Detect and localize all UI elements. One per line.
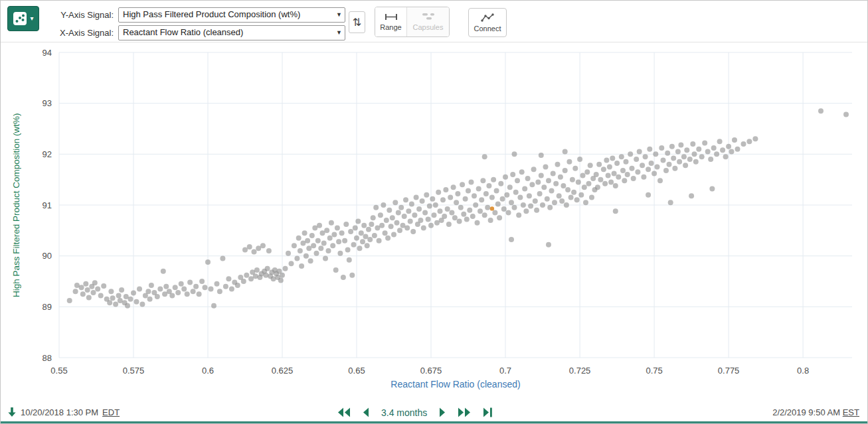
scatterplot-icon — [13, 11, 27, 26]
fast-forward-icon — [458, 407, 472, 418]
svg-text:0.75: 0.75 — [646, 366, 662, 376]
end-datetime[interactable]: 2/2/2019 9:50 AM — [772, 407, 840, 417]
toolbar: ▾ Y-Axis Signal: High Pass Filtered Prod… — [1, 1, 867, 42]
svg-text:0.65: 0.65 — [348, 366, 365, 376]
x-axis-signal-select[interactable]: Reactant Flow Ratio (cleansed) ▼ — [118, 25, 345, 40]
chevron-down-icon: ▾ — [30, 15, 33, 22]
scatter-chart[interactable]: 0.550.5750.60.6250.650.6750.70.7250.750.… — [1, 43, 868, 395]
arrow-down-icon — [7, 407, 17, 417]
svg-text:0.775: 0.775 — [718, 366, 740, 376]
select-arrow-icon: ▼ — [336, 11, 342, 18]
svg-text:0.55: 0.55 — [50, 366, 67, 376]
fast-backward-icon — [337, 407, 351, 418]
highlight-point — [490, 206, 494, 210]
connect-button[interactable]: Connect — [468, 8, 507, 37]
svg-text:0.8: 0.8 — [797, 366, 809, 376]
svg-text:0.625: 0.625 — [272, 366, 294, 376]
display-range-start: 10/20/2018 1:30 PM EDT — [7, 407, 120, 417]
jump-to-end-button[interactable] — [481, 405, 494, 419]
fast-forward-button[interactable] — [456, 405, 473, 419]
svg-text:88: 88 — [43, 353, 52, 363]
jump-to-end-icon — [483, 407, 493, 418]
svg-text:0.7: 0.7 — [499, 366, 511, 376]
svg-text:89: 89 — [43, 302, 52, 312]
start-timezone-link[interactable]: EDT — [102, 407, 120, 417]
select-arrow-icon: ▼ — [336, 29, 342, 36]
x-axis-title: Reactant Flow Ratio (cleansed) — [59, 379, 852, 389]
connect-icon — [481, 13, 494, 22]
y-axis-signal-label: Y-Axis Signal: — [44, 7, 114, 23]
y-axis-signal-select[interactable]: High Pass Filtered Product Composition (… — [118, 7, 345, 23]
swap-axes-button[interactable]: ⇅ — [349, 11, 365, 33]
x-axis-signal-label: X-Axis Signal: — [44, 25, 114, 40]
step-forward-icon — [439, 407, 446, 418]
capsules-button[interactable]: Capsules — [406, 7, 449, 36]
svg-text:94: 94 — [43, 48, 52, 58]
svg-text:90: 90 — [43, 251, 52, 261]
range-icon — [385, 13, 398, 21]
time-range-navigation: 3.4 months — [335, 405, 494, 419]
range-capsules-button-group: Range Capsules — [375, 7, 450, 37]
bottom-accent-bar — [1, 421, 867, 423]
step-backward-button[interactable] — [361, 405, 371, 419]
capsules-icon — [422, 13, 435, 21]
start-datetime[interactable]: 10/20/2018 1:30 PM — [21, 407, 98, 417]
svg-text:0.575: 0.575 — [123, 366, 145, 376]
y-axis-title: High Pass Filtered Product Composition (… — [11, 52, 25, 358]
y-axis-signal-value: High Pass Filtered Product Composition (… — [123, 9, 300, 19]
fast-backward-button[interactable] — [335, 405, 352, 419]
step-backward-icon — [362, 407, 369, 418]
y-tick-labels: 88899091929394 — [43, 48, 52, 363]
svg-text:0.675: 0.675 — [420, 366, 442, 376]
x-tick-labels: 0.550.5750.60.6250.650.6750.70.7250.750.… — [50, 366, 809, 376]
display-range-end: 2/2/2019 9:50 AM EST — [772, 407, 859, 417]
svg-text:92: 92 — [43, 149, 52, 159]
svg-text:0.725: 0.725 — [569, 366, 591, 376]
chart-type-button[interactable]: ▾ — [7, 6, 39, 31]
range-button[interactable]: Range — [375, 7, 406, 36]
end-timezone-link[interactable]: EST — [843, 407, 859, 417]
range-button-label: Range — [380, 23, 401, 31]
svg-text:93: 93 — [43, 98, 52, 108]
capsules-button-label: Capsules — [413, 23, 444, 31]
step-forward-button[interactable] — [438, 405, 448, 419]
scatterplot-workbench-view: ▾ Y-Axis Signal: High Pass Filtered Prod… — [0, 0, 868, 424]
x-axis-signal-value: Reactant Flow Ratio (cleansed) — [123, 27, 243, 37]
duration-label[interactable]: 3.4 months — [379, 407, 429, 418]
svg-text:0.6: 0.6 — [202, 366, 214, 376]
svg-text:91: 91 — [43, 200, 52, 210]
connect-button-label: Connect — [474, 25, 501, 33]
scatter-points — [67, 108, 849, 309]
